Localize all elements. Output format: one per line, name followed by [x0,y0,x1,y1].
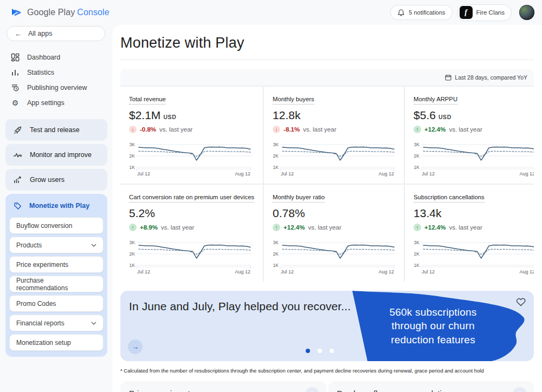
svg-text:1K: 1K [130,165,136,170]
purchase-flow-recommendations-card[interactable]: Purchase flow recommendations → You have… [328,381,534,392]
notifications-button[interactable]: 5 notifications [390,5,452,20]
metric-label[interactable]: Monthly buyers [273,96,314,104]
svg-text:Jul 12: Jul 12 [137,171,150,177]
play-logo-icon [10,6,23,19]
logo-product-text: Console [77,8,109,17]
play-console-logo[interactable]: Google PlayConsole [10,6,109,19]
chevron-down-icon [91,322,96,325]
banner-title: In June and July, Play helped you recove… [129,300,351,313]
metric-value: 0.78% [273,207,305,220]
price-experiments-card[interactable]: Price experiments → You have 4 experimen… [120,381,326,392]
date-range-chip[interactable]: Last 28 days, compared YoY [445,74,527,81]
sidebar-item-monetization-setup[interactable]: Monetization setup [9,334,104,351]
metric-delta: ↑ +12.4% vs. last year [273,224,395,231]
top-bar: Google PlayConsole 5 notifications f Fir… [0,0,542,25]
metric-card: Monthly buyers 12.8k ↓ -8.1% vs. last ye… [264,87,404,184]
metric-label[interactable]: Total revenue [129,96,166,104]
carousel-dot-3[interactable] [330,349,334,353]
sidebar-section-test-and-release[interactable]: Test and release [5,119,107,141]
gear-icon: ⚙ [11,99,20,107]
metric-unit: USD [438,114,451,120]
svg-text:Aug 12: Aug 12 [520,269,534,275]
footnote: * Calculated from the number of resubscr… [120,368,534,374]
sidebar-item-publishing-overview[interactable]: Publishing overview [0,80,113,95]
svg-text:3K: 3K [414,142,420,147]
sidebar-item-purchase-recommendations[interactable]: Purchase recommendations [9,276,104,292]
sidebar-section-monitor-and-improve[interactable]: Monitor and improve [5,144,107,166]
all-apps-back-button[interactable]: ← All apps [7,26,105,41]
sidebar-item-price-experiments[interactable]: Price experiments [9,256,104,273]
metric-card: Monthly ARPPU $5.6 USD ↑ +12.4% vs. last… [405,87,534,184]
metric-delta-suffix: vs. last year [308,224,341,231]
metric-delta: ↑ +12.4% vs. last year [414,224,534,231]
app-icon: f [460,6,473,19]
sidebar-section-grow-users[interactable]: Grow users [5,169,107,191]
app-name-label: Fire Clans [476,9,505,16]
sidebar-item-dashboard[interactable]: Dashboard [0,50,113,65]
metric-card: Cart conversion rate on premium user dev… [120,185,263,282]
dashboard-icon [11,53,20,62]
promo-banner[interactable]: In June and July, Play helped you recove… [120,291,534,361]
favorite-button[interactable] [515,297,526,308]
metric-delta-suffix: vs. last year [449,126,482,133]
metric-sparkline: 1K2K3KJul 12Aug 12 [129,138,254,179]
sidebar-item-promo-codes[interactable]: Promo Codes [9,295,104,312]
metrics-grid: Total revenue $2.1M USD ↓ -0.8% vs. last… [120,87,534,282]
open-price-experiments-button[interactable]: → [305,387,319,392]
main-content: Monetize with Play Last 28 days, compare… [113,25,542,392]
account-avatar[interactable] [519,5,534,20]
svg-text:1K: 1K [130,263,136,268]
sidebar-item-label: Publishing overview [27,84,87,92]
sub-item-label: Financial reports [16,319,64,327]
svg-text:1K: 1K [414,263,420,268]
sub-item-label: Price experiments [16,261,68,269]
carousel-dot-1[interactable] [306,349,310,353]
metrics-toolbar: Last 28 days, compared YoY [120,69,534,86]
chevron-down-icon [91,244,96,247]
carousel-dots [306,349,334,353]
metric-value: 5.2% [129,207,155,220]
open-purchase-flow-recommendations-button[interactable]: → [513,387,527,392]
metric-unit: USD [163,114,176,120]
card-title: Price experiments [129,389,318,392]
metric-sparkline: 1K2K3KJul 12Aug 12 [414,236,534,277]
sidebar-item-label: Statistics [27,69,54,76]
metric-label[interactable]: Cart conversion rate on premium user dev… [129,194,254,202]
sidebar-item-app-settings[interactable]: ⚙ App settings [0,95,113,110]
sidebar-item-buyflow-conversion[interactable]: Buyflow conversion [9,217,104,234]
svg-text:1K: 1K [414,165,420,170]
metric-label[interactable]: Monthly ARPPU [414,96,457,104]
sparkline-chart: 1K2K3KJul 12Aug 12 [129,138,251,177]
metric-value: $2.1M [129,109,160,122]
monetize-label: Monetize with Play [29,202,89,210]
sub-item-label: Buyflow conversion [16,222,72,230]
sparkline-chart: 1K2K3KJul 12Aug 12 [273,236,395,275]
metric-delta-value: +12.4% [283,224,305,231]
carousel-dot-2[interactable] [318,349,322,353]
sidebar-item-financial-reports[interactable]: Financial reports [9,315,104,331]
sidebar-item-products[interactable]: Products [9,237,104,253]
sidebar-section-label: Grow users [30,176,64,184]
trend-arrow-icon: ↓ [129,126,137,133]
svg-text:2K: 2K [273,153,279,159]
trend-arrow-icon: ↑ [414,224,421,231]
banner-next-button[interactable]: → [128,339,143,354]
svg-text:3K: 3K [130,142,136,147]
svg-text:1K: 1K [273,165,279,170]
sidebar-section-monetize-header[interactable]: Monetize with Play [9,197,104,214]
app-switcher-button[interactable]: f Fire Clans [457,4,512,21]
date-range-label: Last 28 days, compared YoY [455,74,527,81]
calendar-icon [445,74,451,81]
sidebar-item-statistics[interactable]: Statistics [0,65,113,80]
price-tag-icon [14,201,23,211]
growth-icon [13,175,22,185]
sparkline-chart: 1K2K3KJul 12Aug 12 [129,236,251,275]
svg-text:Aug 12: Aug 12 [379,269,395,275]
metric-delta-value: +12.4% [424,224,446,231]
sidebar-item-label: App settings [27,99,64,107]
svg-text:2K: 2K [273,251,279,257]
metric-delta: ↓ -8.1% vs. last year [273,126,395,133]
metric-label[interactable]: Monthly buyer ratio [273,194,325,202]
trend-arrow-icon: ↑ [414,126,421,133]
metric-label[interactable]: Subscription cancellations [414,194,485,202]
